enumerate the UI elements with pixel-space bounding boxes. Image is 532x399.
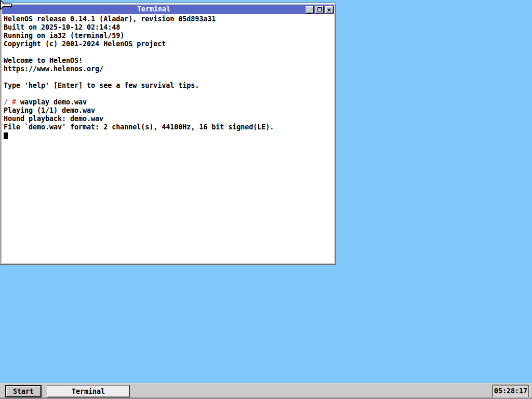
terminal-line: Welcome to HelenOS! xyxy=(4,57,334,65)
terminal-output[interactable]: HelenOS release 0.14.1 (Aladar), revisio… xyxy=(2,14,334,263)
terminal-line: Hound playback: demo.wav xyxy=(4,115,334,123)
minimize-button[interactable]: _ xyxy=(305,6,314,14)
taskbar: Start Terminal 05:28:17 xyxy=(0,383,532,399)
terminal-line: Type 'help' [Enter] to see a few surviva… xyxy=(4,82,334,90)
maximize-icon xyxy=(317,7,322,11)
terminal-cursor xyxy=(4,132,8,139)
terminal-line: Built on 2025-10-12 02:14:48 xyxy=(4,23,334,32)
terminal-window: Terminal _ × HelenOS release 0.14.1 (Ala… xyxy=(0,3,336,265)
terminal-line: https://www.helenos.org/ xyxy=(4,65,334,73)
desktop: Terminal _ × HelenOS release 0.14.1 (Ala… xyxy=(0,0,532,399)
terminal-cursor-line xyxy=(4,131,334,140)
terminal-line: File `demo.wav' format: 2 channel(s), 44… xyxy=(4,123,334,131)
window-title: Terminal xyxy=(3,5,305,14)
titlebar[interactable]: Terminal _ × xyxy=(2,5,334,14)
terminal-line xyxy=(4,73,334,82)
terminal-line xyxy=(4,90,334,98)
minimize-icon: _ xyxy=(308,10,311,12)
terminal-line xyxy=(4,48,334,57)
mouse-cursor xyxy=(0,0,14,11)
window-controls: _ × xyxy=(305,6,334,14)
terminal-line: Running on ia32 (terminal/59) xyxy=(4,32,334,40)
terminal-line: / # wavplay demo.wav xyxy=(4,98,334,107)
close-icon: × xyxy=(327,7,331,12)
maximize-button[interactable] xyxy=(315,6,324,14)
taskbar-window-button-terminal[interactable]: Terminal xyxy=(47,385,130,397)
taskbar-clock: 05:28:17 xyxy=(493,385,529,397)
terminal-line: Copyright (c) 2001-2024 HelenOS project xyxy=(4,40,334,48)
close-button[interactable]: × xyxy=(325,6,334,14)
terminal-line: Playing (1/1) demo.wav xyxy=(4,107,334,115)
start-button[interactable]: Start xyxy=(5,385,42,397)
terminal-line: HelenOS release 0.14.1 (Aladar), revisio… xyxy=(4,15,334,23)
